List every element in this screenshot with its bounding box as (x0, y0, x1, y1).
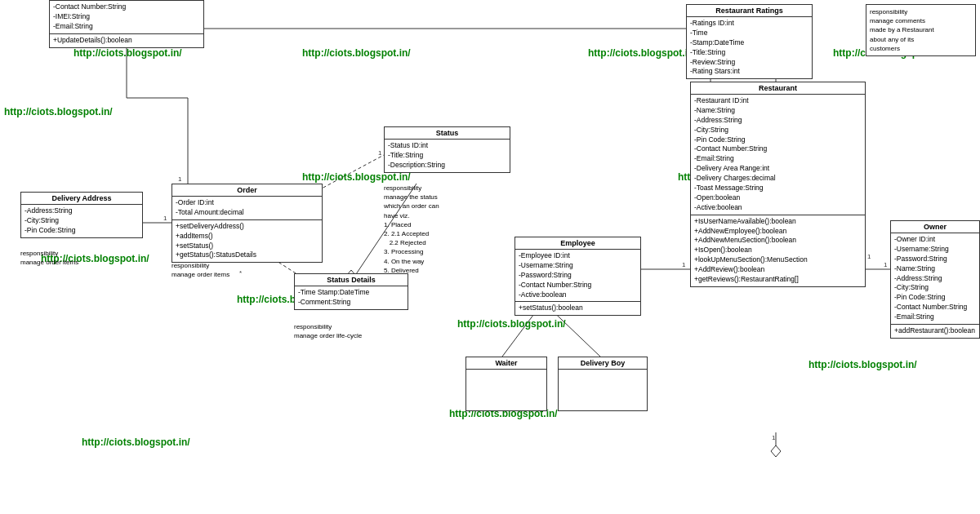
delivery-boy-title: Delivery Boy (559, 357, 647, 370)
delivery-address-fields: -Address:String -City:String -Pin Code:S… (21, 205, 142, 237)
order-box: Order -Order ID:int -Total Amount:decima… (172, 184, 323, 263)
url-10: http://ciots.blogspot.in/ (457, 318, 566, 330)
delivery-address-box: Delivery Address -Address:String -City:S… (20, 192, 143, 238)
waiter-body (466, 370, 546, 410)
order-note: responsibility manage order items (172, 261, 229, 279)
employee-box: Employee -Employee ID:int -Username:Stri… (514, 237, 641, 316)
order-title: Order (172, 184, 322, 197)
status-note: responsibility manage the status which a… (384, 184, 506, 275)
order-fields: -Order ID:int -Total Amount:decimal (172, 197, 322, 219)
restaurant-fields: -Restaurant ID:int -Name:String -Address… (691, 95, 865, 215)
mult-1-emp: 1 (682, 261, 685, 268)
mult-star-sd: * (239, 269, 242, 277)
svg-marker-18 (771, 445, 781, 457)
waiter-box: Waiter (466, 357, 547, 411)
status-title: Status (385, 127, 510, 140)
employee-methods: +setStatus():boolean (515, 301, 640, 315)
restaurant-ratings-box: Restaurant Ratings -Ratings ID:int -Time… (686, 4, 813, 79)
delivery-boy-body (559, 370, 647, 410)
owner-box: Owner -Owner ID:int -Username:String -Pa… (890, 220, 980, 339)
status-details-fields: -Time Stamp:DateTime -Comment:String (295, 286, 408, 309)
url-11: http://ciots.blogspot.in/ (808, 359, 917, 370)
url-3: http://ciots.blogspot.in/ (588, 47, 697, 59)
url-13: http://ciots.blogspot.in/ (82, 436, 190, 448)
owner-title: Owner (891, 221, 979, 233)
mult-1-order: 1 (178, 175, 181, 183)
mult-1-addr: 1 (163, 215, 167, 222)
status-box: Status -Status ID:int -Title:String -Des… (384, 126, 510, 173)
url-5: http://ciots.blogspot.in/ (4, 106, 113, 117)
delivery-boy-box: Delivery Boy (558, 357, 648, 411)
restaurant-methods: +IsUserNameAvailable():boolean +AddNewEm… (691, 215, 865, 286)
status-details-note: responsibility manage order life-cycle (294, 322, 362, 340)
restaurant-title: Restaurant (691, 82, 865, 95)
mult-1-status: 1 (378, 149, 381, 157)
restaurant-box: Restaurant -Restaurant ID:int -Name:Stri… (690, 82, 866, 287)
mult-1-owner2: 1 (884, 261, 887, 268)
url-2: http://ciots.blogspot.in/ (302, 47, 411, 59)
diagram-container: 1 1 * 1 * 1 * 1 * 1 1 * * 1 -Contact Num… (0, 0, 980, 514)
url-1: http://ciots.blogspot.in/ (74, 47, 182, 59)
customer-methods: +UpdateDetails():boolean (50, 33, 203, 47)
employee-title: Employee (515, 237, 640, 250)
customer-box: -Contact Number:String -IMEI:String -Ema… (49, 0, 204, 48)
status-fields: -Status ID:int -Title:String -Descriptio… (385, 140, 510, 172)
restaurant-ratings-title: Restaurant Ratings (687, 5, 812, 17)
status-details-box: Status Details -Time Stamp:DateTime -Com… (294, 273, 408, 310)
owner-fields: -Owner ID:int -Username:String -Password… (891, 233, 979, 324)
delivery-address-title: Delivery Address (21, 193, 142, 205)
mult-1-owner: 1 (867, 253, 871, 260)
restaurant-note-box: responsibility manage comments made by a… (866, 4, 976, 56)
restaurant-ratings-fields: -Ratings ID:int -Time -Stamp:DateTime -T… (687, 17, 812, 78)
owner-methods: +addRestaurant():boolean (891, 324, 979, 338)
delivery-address-note: responsibility manage order items (20, 249, 78, 267)
employee-fields: -Employee ID:int -Username:String -Passw… (515, 250, 640, 301)
mult-1-rest-bot: 1 (772, 434, 775, 441)
customer-fields: -Contact Number:String -IMEI:String -Ema… (50, 1, 203, 33)
status-details-title: Status Details (295, 274, 408, 286)
url-6: http://ciots.blogspot.in/ (302, 171, 411, 183)
waiter-title: Waiter (466, 357, 546, 370)
order-methods: +setDeliveryAddress() +addItems() +setSt… (172, 219, 322, 263)
